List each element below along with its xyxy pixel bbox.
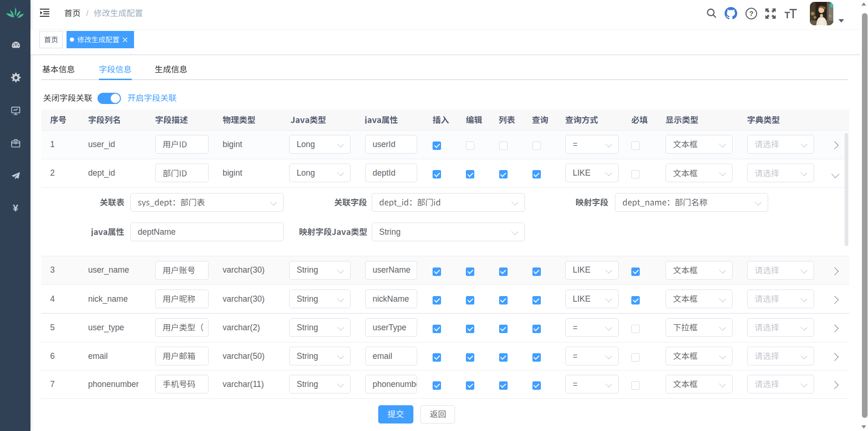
svg-text:?: ? <box>749 9 753 17</box>
